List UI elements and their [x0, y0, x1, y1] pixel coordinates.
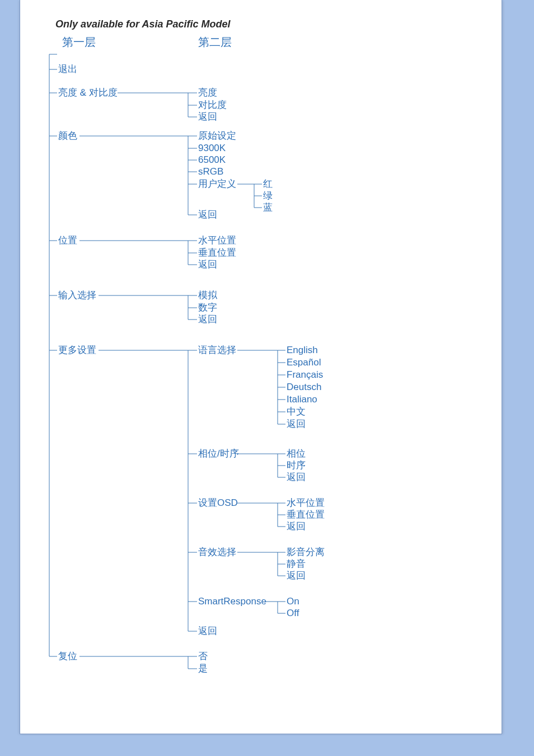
osd-return: 返回	[287, 522, 306, 531]
smart-on: On	[287, 597, 299, 606]
color-srgb: sRGB	[198, 167, 223, 176]
audio-separate: 影音分离	[287, 547, 325, 557]
audio-return: 返回	[287, 571, 306, 580]
lang-deutsch: Deutsch	[287, 382, 321, 392]
l1-more: 更多设置	[58, 345, 96, 355]
smart-off: Off	[287, 608, 299, 618]
position-return: 返回	[198, 260, 217, 269]
color-9300k: 9300K	[198, 143, 226, 153]
lang-return: 返回	[287, 419, 306, 429]
tree-connectors	[20, 0, 502, 734]
l1-input: 输入选择	[58, 290, 96, 300]
phase-return: 返回	[287, 472, 306, 482]
input-digital: 数字	[198, 303, 217, 312]
more-phase: 相位/时序	[198, 449, 239, 458]
more-language: 语言选择	[198, 345, 236, 355]
reset-no: 否	[198, 651, 208, 661]
l1-position: 位置	[58, 236, 77, 245]
position-v: 垂直位置	[198, 248, 236, 257]
brightness-return: 返回	[198, 112, 217, 121]
reset-yes: 是	[198, 664, 208, 673]
lang-francais: Français	[287, 370, 323, 379]
phase-phase: 相位	[287, 449, 306, 458]
more-audio: 音效选择	[198, 547, 236, 557]
color-user-blue: 蓝	[263, 203, 273, 212]
l1-color: 颜色	[58, 131, 77, 140]
lang-espanol: Español	[287, 358, 321, 367]
brightness-contrast: 对比度	[198, 100, 227, 110]
audio-mute: 静音	[287, 559, 306, 569]
l1-brightness: 亮度 & 对比度	[58, 88, 118, 97]
lang-english: English	[287, 345, 318, 355]
color-return: 返回	[198, 210, 217, 219]
l1-exit: 退出	[58, 64, 77, 74]
document-page: Only available for Asia Pacific Model 第一…	[20, 0, 502, 734]
more-smartresponse: SmartResponse	[198, 597, 266, 606]
lang-italiano: Italiano	[287, 395, 317, 404]
more-osd: 设置OSD	[198, 498, 238, 508]
color-user-green: 绿	[263, 191, 273, 200]
brightness-brightness: 亮度	[198, 88, 217, 97]
color-userdef: 用户定义	[198, 179, 236, 189]
l1-reset: 复位	[58, 651, 77, 661]
input-analog: 模拟	[198, 290, 217, 300]
osd-v: 垂直位置	[287, 510, 325, 519]
phase-clock: 时序	[287, 461, 306, 470]
osd-h: 水平位置	[287, 498, 325, 508]
color-original: 原始设定	[198, 131, 236, 140]
input-return: 返回	[198, 314, 217, 324]
position-h: 水平位置	[198, 236, 236, 245]
more-return: 返回	[198, 626, 217, 636]
color-user-red: 红	[263, 179, 273, 189]
lang-chinese: 中文	[287, 407, 306, 416]
color-6500k: 6500K	[198, 155, 226, 165]
